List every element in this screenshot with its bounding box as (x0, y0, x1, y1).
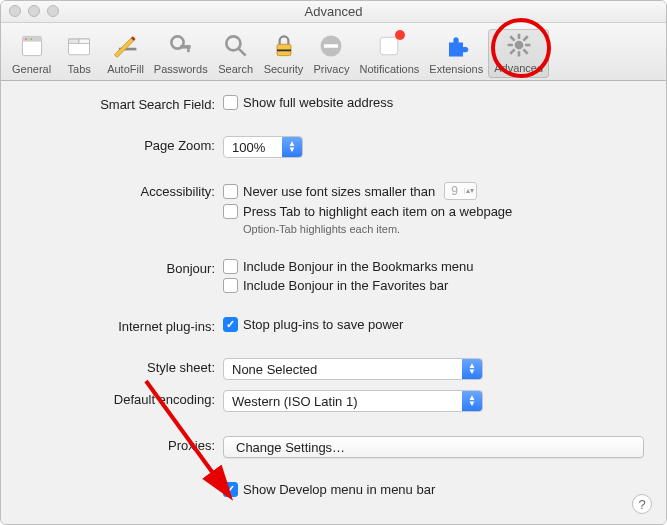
tab-advanced-label: Advanced (494, 62, 543, 74)
min-font-value: 9 (445, 184, 464, 198)
svg-rect-18 (381, 37, 399, 55)
tab-tabs[interactable]: Tabs (56, 31, 102, 78)
svg-line-25 (523, 49, 527, 53)
checkbox-show-full-address-label: Show full website address (243, 95, 393, 110)
checkbox-tab-highlight[interactable] (223, 204, 238, 219)
minimize-icon[interactable] (28, 5, 40, 17)
chevron-updown-icon: ▲▼ (282, 137, 302, 157)
encoding-label: Default encoding: (23, 390, 223, 407)
titlebar[interactable]: Advanced (1, 1, 666, 23)
change-settings-button[interactable]: Change Settings… (223, 436, 644, 458)
tab-passwords-label: Passwords (154, 63, 208, 75)
svg-point-2 (25, 38, 27, 40)
tab-general-label: General (12, 63, 51, 75)
checkbox-stop-plugins-label: Stop plug-ins to save power (243, 317, 403, 332)
tab-extensions-label: Extensions (429, 63, 483, 75)
tab-advanced[interactable]: Advanced (488, 29, 549, 78)
accessibility-label: Accessibility: (23, 182, 223, 199)
window-title: Advanced (305, 4, 363, 19)
checkbox-bonjour-favorites[interactable] (223, 278, 238, 293)
bonjour-label: Bonjour: (23, 259, 223, 276)
privacy-icon (316, 31, 346, 61)
svg-rect-7 (79, 39, 90, 43)
zoom-icon[interactable] (47, 5, 59, 17)
checkbox-tab-highlight-label: Press Tab to highlight each item on a we… (243, 204, 512, 219)
stepper-arrows-icon: ▴▾ (464, 188, 476, 194)
svg-rect-6 (69, 39, 80, 43)
help-button[interactable]: ? (632, 494, 652, 514)
min-font-stepper[interactable]: 9 ▴▾ (444, 182, 477, 200)
tab-notifications-label: Notifications (359, 63, 419, 75)
tab-autofill[interactable]: AutoFill (102, 31, 149, 78)
preferences-toolbar: General Tabs AutoFill Passwords (1, 23, 666, 81)
passwords-icon (166, 31, 196, 61)
accessibility-hint: Option-Tab highlights each item. (243, 223, 644, 235)
autofill-icon (110, 31, 140, 61)
encoding-popup[interactable]: Western (ISO Latin 1) ▲▼ (223, 390, 483, 412)
checkbox-bonjour-bookmarks[interactable] (223, 259, 238, 274)
checkbox-bonjour-bookmarks-label: Include Bonjour in the Bookmarks menu (243, 259, 474, 274)
security-icon (269, 31, 299, 61)
svg-line-26 (523, 36, 527, 40)
svg-point-12 (226, 36, 240, 50)
advanced-icon (504, 30, 534, 60)
svg-point-19 (514, 41, 523, 50)
tab-notifications[interactable]: Notifications (354, 31, 424, 78)
change-settings-button-label: Change Settings… (236, 440, 345, 455)
smartsearch-label: Smart Search Field: (23, 95, 223, 112)
tabs-icon (64, 31, 94, 61)
svg-line-27 (510, 49, 514, 53)
tab-search-label: Search (218, 63, 253, 75)
checkbox-min-font-label: Never use font sizes smaller than (243, 184, 435, 199)
checkbox-stop-plugins[interactable] (223, 317, 238, 332)
content-pane: Smart Search Field: Show full website ad… (1, 81, 666, 524)
tab-privacy-label: Privacy (313, 63, 349, 75)
svg-point-4 (30, 38, 32, 40)
stylesheet-popup[interactable]: None Selected ▲▼ (223, 358, 483, 380)
general-icon (17, 31, 47, 61)
checkbox-min-font[interactable] (223, 184, 238, 199)
pagezoom-label: Page Zoom: (23, 136, 223, 153)
checkbox-develop-menu-label: Show Develop menu in menu bar (243, 482, 435, 497)
notifications-icon (374, 31, 404, 61)
checkbox-develop-menu[interactable] (223, 482, 238, 497)
tab-general[interactable]: General (7, 31, 56, 78)
tab-tabs-label: Tabs (68, 63, 91, 75)
svg-line-13 (238, 49, 245, 56)
svg-rect-15 (277, 50, 291, 52)
svg-rect-17 (324, 44, 338, 48)
tab-passwords[interactable]: Passwords (149, 31, 213, 78)
pagezoom-value: 100% (224, 140, 282, 155)
tab-autofill-label: AutoFill (107, 63, 144, 75)
checkbox-show-full-address[interactable] (223, 95, 238, 110)
svg-point-3 (27, 38, 29, 40)
help-icon: ? (638, 497, 645, 512)
plugins-label: Internet plug-ins: (23, 317, 223, 334)
proxies-label: Proxies: (23, 436, 223, 453)
svg-line-24 (510, 36, 514, 40)
stylesheet-label: Style sheet: (23, 358, 223, 375)
encoding-value: Western (ISO Latin 1) (224, 394, 462, 409)
close-icon[interactable] (9, 5, 21, 17)
stylesheet-value: None Selected (224, 362, 462, 377)
tab-security[interactable]: Security (259, 31, 309, 78)
checkbox-bonjour-favorites-label: Include Bonjour in the Favorites bar (243, 278, 448, 293)
pagezoom-popup[interactable]: 100% ▲▼ (223, 136, 303, 158)
svg-rect-11 (187, 45, 190, 52)
search-icon (221, 31, 251, 61)
chevron-updown-icon: ▲▼ (462, 359, 482, 379)
window-controls[interactable] (9, 5, 59, 17)
tab-security-label: Security (264, 63, 304, 75)
extensions-icon (441, 31, 471, 61)
chevron-updown-icon: ▲▼ (462, 391, 482, 411)
tab-extensions[interactable]: Extensions (424, 31, 488, 78)
tab-privacy[interactable]: Privacy (308, 31, 354, 78)
tab-search[interactable]: Search (213, 31, 259, 78)
